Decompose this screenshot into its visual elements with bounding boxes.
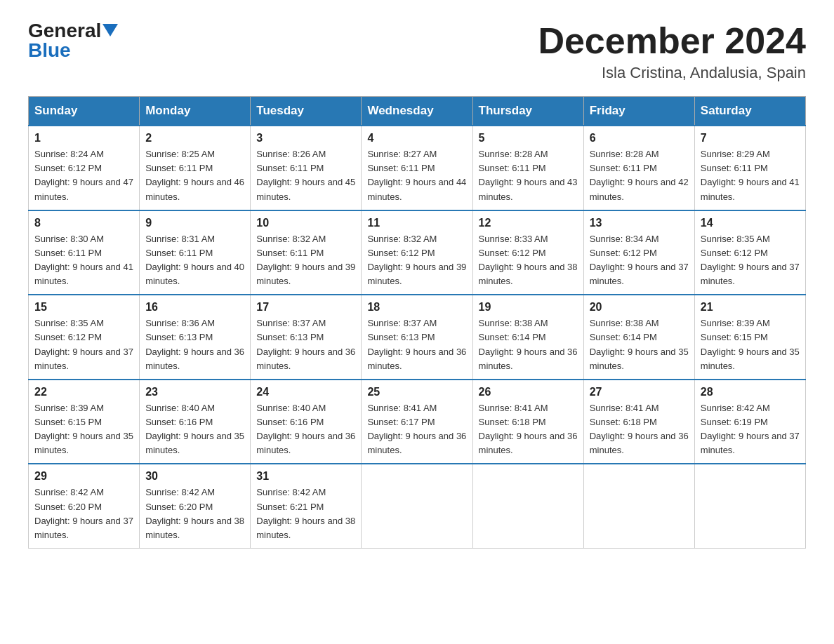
- day-info: Sunrise: 8:40 AM Sunset: 6:16 PM Dayligh…: [145, 401, 244, 458]
- daylight-label: Daylight: 9 hours and 39 minutes.: [367, 262, 466, 286]
- calendar-cell: 30 Sunrise: 8:42 AM Sunset: 6:20 PM Dayl…: [140, 464, 251, 548]
- day-number: 22: [34, 386, 133, 398]
- daylight-label: Daylight: 9 hours and 41 minutes.: [701, 177, 800, 201]
- sunrise-label: Sunrise: 8:37 AM: [367, 318, 437, 328]
- calendar-cell: 16 Sunrise: 8:36 AM Sunset: 6:13 PM Dayl…: [140, 295, 251, 380]
- day-number: 15: [34, 301, 133, 314]
- daylight-label: Daylight: 9 hours and 43 minutes.: [479, 177, 578, 201]
- sunset-label: Sunset: 6:20 PM: [145, 502, 213, 512]
- location-subtitle: Isla Cristina, Andalusia, Spain: [538, 64, 806, 82]
- day-info: Sunrise: 8:39 AM Sunset: 6:15 PM Dayligh…: [701, 316, 800, 373]
- day-info: Sunrise: 8:40 AM Sunset: 6:16 PM Dayligh…: [256, 401, 355, 458]
- daylight-label: Daylight: 9 hours and 36 minutes.: [479, 347, 578, 371]
- logo-general: General: [28, 21, 101, 41]
- sunset-label: Sunset: 6:12 PM: [34, 332, 102, 342]
- sunset-label: Sunset: 6:16 PM: [256, 417, 324, 427]
- calendar-cell: 21 Sunrise: 8:39 AM Sunset: 6:15 PM Dayl…: [694, 295, 805, 380]
- calendar-cell: 20 Sunrise: 8:38 AM Sunset: 6:14 PM Dayl…: [583, 295, 694, 380]
- calendar-cell: 4 Sunrise: 8:27 AM Sunset: 6:11 PM Dayli…: [362, 126, 472, 210]
- calendar-cell: 26 Sunrise: 8:41 AM Sunset: 6:18 PM Dayl…: [472, 380, 583, 464]
- calendar-cell: 7 Sunrise: 8:29 AM Sunset: 6:11 PM Dayli…: [694, 126, 805, 210]
- day-number: 3: [256, 132, 355, 145]
- sunrise-label: Sunrise: 8:36 AM: [145, 318, 215, 328]
- daylight-label: Daylight: 9 hours and 35 minutes.: [701, 347, 800, 371]
- month-title: December 2024: [538, 21, 806, 61]
- title-block: December 2024 Isla Cristina, Andalusia, …: [538, 21, 806, 82]
- daylight-label: Daylight: 9 hours and 35 minutes.: [34, 431, 133, 455]
- day-number: 30: [145, 470, 244, 483]
- calendar-cell: [583, 464, 694, 548]
- daylight-label: Daylight: 9 hours and 46 minutes.: [145, 177, 244, 201]
- sunrise-label: Sunrise: 8:35 AM: [34, 318, 104, 328]
- day-number: 5: [479, 132, 578, 145]
- col-tuesday: Tuesday: [251, 97, 362, 126]
- day-info: Sunrise: 8:36 AM Sunset: 6:13 PM Dayligh…: [145, 316, 244, 373]
- col-thursday: Thursday: [472, 97, 583, 126]
- sunset-label: Sunset: 6:12 PM: [367, 248, 435, 258]
- daylight-label: Daylight: 9 hours and 36 minutes.: [590, 431, 689, 455]
- sunrise-label: Sunrise: 8:42 AM: [701, 403, 770, 413]
- day-number: 16: [145, 301, 244, 314]
- calendar-cell: 23 Sunrise: 8:40 AM Sunset: 6:16 PM Dayl…: [140, 380, 251, 464]
- day-number: 29: [34, 470, 133, 483]
- calendar-cell: 31 Sunrise: 8:42 AM Sunset: 6:21 PM Dayl…: [251, 464, 362, 548]
- page-header: General Blue December 2024 Isla Cristina…: [28, 21, 806, 82]
- sunrise-label: Sunrise: 8:42 AM: [34, 487, 104, 497]
- sunset-label: Sunset: 6:11 PM: [256, 163, 324, 173]
- daylight-label: Daylight: 9 hours and 47 minutes.: [34, 177, 133, 201]
- daylight-label: Daylight: 9 hours and 39 minutes.: [256, 262, 355, 286]
- daylight-label: Daylight: 9 hours and 36 minutes.: [479, 431, 578, 455]
- daylight-label: Daylight: 9 hours and 35 minutes.: [590, 347, 689, 371]
- daylight-label: Daylight: 9 hours and 38 minutes.: [479, 262, 578, 286]
- sunrise-label: Sunrise: 8:35 AM: [701, 234, 770, 244]
- sunrise-label: Sunrise: 8:39 AM: [34, 403, 104, 413]
- sunset-label: Sunset: 6:11 PM: [34, 248, 102, 258]
- sunset-label: Sunset: 6:11 PM: [367, 163, 435, 173]
- calendar-cell: 22 Sunrise: 8:39 AM Sunset: 6:15 PM Dayl…: [29, 380, 140, 464]
- col-saturday: Saturday: [694, 97, 805, 126]
- logo: General Blue: [28, 21, 118, 62]
- col-friday: Friday: [583, 97, 694, 126]
- sunrise-label: Sunrise: 8:40 AM: [145, 403, 215, 413]
- col-monday: Monday: [140, 97, 251, 126]
- sunrise-label: Sunrise: 8:39 AM: [701, 318, 770, 328]
- day-info: Sunrise: 8:33 AM Sunset: 6:12 PM Dayligh…: [479, 232, 578, 289]
- day-info: Sunrise: 8:31 AM Sunset: 6:11 PM Dayligh…: [145, 232, 244, 289]
- day-number: 6: [590, 132, 689, 145]
- calendar-week-3: 15 Sunrise: 8:35 AM Sunset: 6:12 PM Dayl…: [29, 295, 806, 380]
- day-number: 13: [590, 217, 689, 229]
- sunrise-label: Sunrise: 8:40 AM: [256, 403, 326, 413]
- calendar-week-4: 22 Sunrise: 8:39 AM Sunset: 6:15 PM Dayl…: [29, 380, 806, 464]
- sunrise-label: Sunrise: 8:41 AM: [590, 403, 659, 413]
- day-number: 23: [145, 386, 244, 398]
- daylight-label: Daylight: 9 hours and 38 minutes.: [256, 516, 355, 540]
- sunrise-label: Sunrise: 8:32 AM: [256, 234, 326, 244]
- day-info: Sunrise: 8:28 AM Sunset: 6:11 PM Dayligh…: [479, 147, 578, 204]
- day-number: 7: [701, 132, 800, 145]
- daylight-label: Daylight: 9 hours and 37 minutes.: [701, 431, 800, 455]
- sunset-label: Sunset: 6:18 PM: [479, 417, 546, 427]
- sunset-label: Sunset: 6:21 PM: [256, 502, 324, 512]
- day-number: 24: [256, 386, 355, 398]
- day-number: 25: [367, 386, 466, 398]
- day-info: Sunrise: 8:27 AM Sunset: 6:11 PM Dayligh…: [367, 147, 466, 204]
- daylight-label: Daylight: 9 hours and 42 minutes.: [590, 177, 689, 201]
- daylight-label: Daylight: 9 hours and 37 minutes.: [34, 347, 133, 371]
- daylight-label: Daylight: 9 hours and 36 minutes.: [367, 347, 466, 371]
- calendar-cell: 15 Sunrise: 8:35 AM Sunset: 6:12 PM Dayl…: [29, 295, 140, 380]
- day-number: 12: [479, 217, 578, 229]
- col-wednesday: Wednesday: [362, 97, 472, 126]
- sunset-label: Sunset: 6:16 PM: [145, 417, 213, 427]
- col-sunday: Sunday: [29, 97, 140, 126]
- daylight-label: Daylight: 9 hours and 36 minutes.: [367, 431, 466, 455]
- logo-triangle-icon: [102, 24, 118, 36]
- calendar-cell: 10 Sunrise: 8:32 AM Sunset: 6:11 PM Dayl…: [251, 210, 362, 295]
- sunset-label: Sunset: 6:14 PM: [590, 332, 657, 342]
- calendar-cell: 29 Sunrise: 8:42 AM Sunset: 6:20 PM Dayl…: [29, 464, 140, 548]
- sunset-label: Sunset: 6:20 PM: [34, 502, 102, 512]
- daylight-label: Daylight: 9 hours and 37 minutes.: [590, 262, 689, 286]
- sunrise-label: Sunrise: 8:26 AM: [256, 149, 326, 159]
- sunrise-label: Sunrise: 8:30 AM: [34, 234, 104, 244]
- daylight-label: Daylight: 9 hours and 36 minutes.: [256, 347, 355, 371]
- day-number: 17: [256, 301, 355, 314]
